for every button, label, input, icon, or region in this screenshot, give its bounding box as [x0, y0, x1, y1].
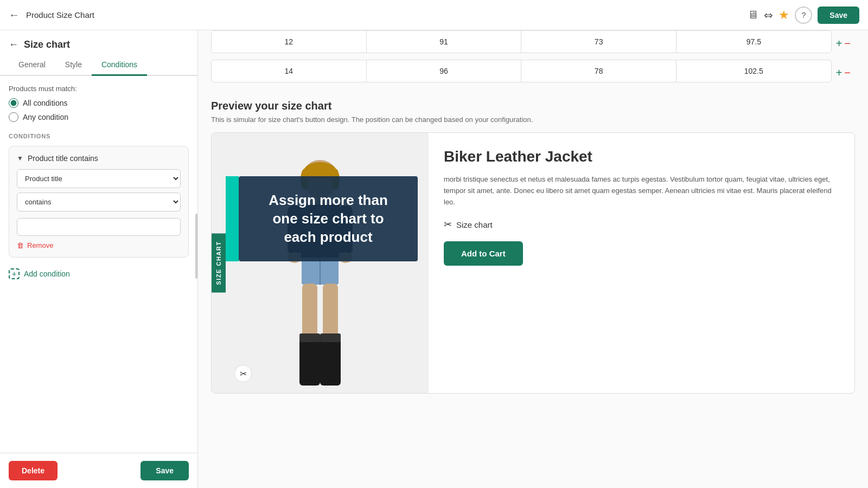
- remove-row-1-button[interactable]: −: [844, 37, 851, 50]
- condition-header[interactable]: ▼ Product title contains: [17, 154, 181, 163]
- tab-general[interactable]: General: [9, 55, 55, 76]
- main-layout: ← Size chart General Style Conditions Pr…: [0, 30, 868, 488]
- svg-rect-20: [320, 333, 341, 342]
- remove-row-2-button[interactable]: −: [844, 67, 851, 79]
- left-panel-header: ← Size chart: [0, 30, 197, 55]
- table-cell-2-1: 14: [212, 60, 367, 82]
- tab-style[interactable]: Style: [55, 55, 92, 76]
- condition-operator-select[interactable]: contains: [17, 192, 181, 211]
- table-row-cells-1: 12 91 73 97.5: [211, 30, 832, 53]
- trash-icon: 🗑: [17, 241, 24, 249]
- topbar-title: Product Size Chart: [26, 10, 380, 20]
- add-condition-label: Add condition: [24, 269, 70, 278]
- cyan-bar: [226, 176, 239, 261]
- svg-rect-17: [299, 337, 320, 386]
- product-info-side: Biker Leather Jacket morbi tristique sen…: [429, 133, 854, 393]
- bottom-bar: Delete Save: [0, 453, 197, 488]
- remove-condition-button[interactable]: 🗑 Remove: [17, 241, 53, 249]
- match-label: Products must match:: [9, 85, 189, 93]
- table-cell-2-2: 96: [367, 60, 522, 82]
- table-row-cells-2: 14 96 78 102.5: [211, 60, 832, 82]
- add-to-cart-button[interactable]: Add to Cart: [444, 241, 523, 266]
- radio-any-input[interactable]: [9, 112, 18, 122]
- product-description: morbi tristique senectus et netus et mal…: [444, 174, 839, 208]
- tools-icon[interactable]: ✂: [234, 365, 252, 382]
- star-icon[interactable]: ★: [778, 8, 789, 22]
- radio-group: All conditions Any condition: [9, 98, 189, 122]
- radio-all-conditions[interactable]: All conditions: [9, 98, 189, 108]
- overlay-text: Assign more than one size chart to each …: [256, 191, 400, 246]
- size-chart-side-tab[interactable]: SIZE CHART: [212, 234, 226, 293]
- condition-block: ▼ Product title contains Product title c…: [9, 146, 189, 258]
- size-chart-icon: ✂: [444, 219, 452, 230]
- preview-card: SIZE CHART ✂ Assign more than one size c…: [211, 132, 855, 394]
- radio-any-condition[interactable]: Any condition: [9, 112, 189, 122]
- preview-inner: SIZE CHART ✂ Assign more than one size c…: [212, 133, 854, 393]
- table-cell-1-3: 73: [521, 31, 676, 53]
- table-cell-2-4: 102.5: [676, 60, 831, 82]
- save-bottom-button[interactable]: Save: [141, 461, 189, 480]
- table-row-2: 14 96 78 102.5 + −: [211, 60, 855, 86]
- tabs: General Style Conditions: [0, 55, 197, 76]
- condition-header-label: Product title contains: [28, 154, 98, 163]
- add-row-2-button[interactable]: +: [836, 67, 843, 79]
- size-chart-side-tab-label: SIZE CHART: [215, 241, 222, 285]
- svg-rect-19: [299, 333, 320, 342]
- table-cell-1-1: 12: [212, 31, 367, 53]
- conditions-label: CONDITIONS: [9, 133, 189, 139]
- topbar-back-icon[interactable]: ←: [9, 9, 20, 21]
- main-panel: 12 91 73 97.5 + − 14 96 78 102.5: [198, 30, 868, 488]
- remove-label: Remove: [27, 241, 53, 249]
- radio-any-label: Any condition: [23, 113, 68, 121]
- table-row-1: 12 91 73 97.5 + −: [211, 30, 855, 56]
- add-condition-button[interactable]: + Add condition: [9, 264, 70, 284]
- table-row-1-actions: + −: [832, 37, 855, 50]
- chevron-down-icon: ▼: [17, 155, 23, 162]
- left-panel-back-icon[interactable]: ←: [9, 39, 18, 50]
- tab-conditions[interactable]: Conditions: [92, 55, 147, 76]
- left-panel-title: Size chart: [24, 39, 70, 50]
- svg-rect-15: [302, 284, 317, 338]
- preview-section: Preview your size chart This is simular …: [198, 100, 868, 407]
- topbar: ← Product Size Chart 🖥 ⇔ ★ ? Save: [0, 0, 868, 30]
- condition-value-input[interactable]: [17, 218, 181, 236]
- size-chart-link-label: Size chart: [456, 220, 493, 229]
- radio-all-label: All conditions: [23, 99, 68, 107]
- table-row-2-actions: + −: [832, 67, 855, 79]
- monitor-icon[interactable]: 🖥: [748, 9, 758, 21]
- condition-field-select[interactable]: Product title: [17, 169, 181, 188]
- table-cell-1-2: 91: [367, 31, 522, 53]
- preview-subtitle: This is simular for size chart's button …: [211, 115, 855, 124]
- preview-title: Preview your size chart: [211, 100, 855, 112]
- add-condition-icon: +: [9, 268, 20, 279]
- radio-all-input[interactable]: [9, 98, 18, 108]
- topbar-save-button[interactable]: Save: [818, 7, 859, 24]
- topbar-icons: 🖥 ⇔ ★ ? Save: [748, 7, 859, 24]
- help-icon[interactable]: ?: [795, 7, 812, 24]
- overlay-tooltip: Assign more than one size chart to each …: [239, 176, 418, 261]
- left-panel: ← Size chart General Style Conditions Pr…: [0, 30, 198, 488]
- product-image-side: SIZE CHART ✂ Assign more than one size c…: [212, 133, 429, 393]
- table-cell-2-3: 78: [521, 60, 676, 82]
- expand-icon[interactable]: ⇔: [764, 9, 773, 22]
- add-row-1-button[interactable]: +: [836, 37, 843, 50]
- delete-button[interactable]: Delete: [9, 461, 58, 480]
- scroll-indicator: [195, 214, 197, 279]
- size-chart-link[interactable]: ✂ Size chart: [444, 219, 839, 230]
- panel-content: Products must match: All conditions Any …: [0, 76, 197, 453]
- table-section: 12 91 73 97.5 + − 14 96 78 102.5: [198, 30, 868, 100]
- table-cell-1-4: 97.5: [676, 31, 831, 53]
- product-name: Biker Leather Jacket: [444, 148, 839, 165]
- svg-rect-16: [323, 284, 338, 338]
- svg-rect-18: [320, 337, 341, 386]
